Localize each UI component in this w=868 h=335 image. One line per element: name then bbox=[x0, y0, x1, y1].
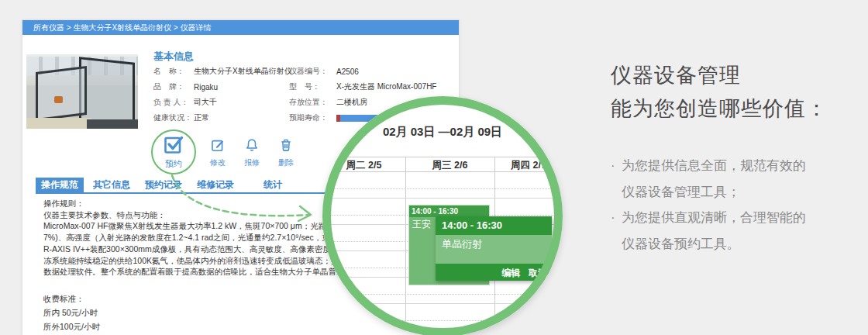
tab-other-info[interactable]: 其它信息 bbox=[88, 178, 136, 192]
calendar-gridline bbox=[322, 198, 563, 199]
calendar-gridline bbox=[322, 188, 563, 189]
field-value-model: X-光发生器 MicroMax-007HF bbox=[336, 81, 464, 92]
bell-icon bbox=[245, 138, 259, 155]
delete-button-label: 删除 bbox=[278, 157, 294, 168]
marketing-bullet-list: · 为您提供信息全面，规范有效的 仪器设备管理工具； · 为您提供直观清晰，合理… bbox=[611, 153, 866, 257]
repair-report-button[interactable]: 报修 bbox=[238, 138, 266, 168]
field-label-lifetime: 预期寿命： bbox=[289, 112, 336, 123]
day-header-thursday: 周四 2/7 bbox=[494, 157, 563, 173]
tab-operation-standard[interactable]: 操作规范 bbox=[36, 178, 84, 192]
equipment-photo bbox=[26, 54, 138, 129]
marketing-heading-line2: 能为您创造哪些价值： bbox=[611, 92, 866, 126]
bullet-2-line-2: 仪器设备预约工具。 bbox=[622, 231, 806, 257]
page: 所有仪器 > 生物大分子X射线单晶衍射仪 > 仪器详情 基本信息 名 称： 生物… bbox=[0, 0, 868, 335]
event-time-label: 14:00 - 16:30 bbox=[409, 205, 489, 217]
calendar-magnifier: 02月 03日 —02月 09日 周二 2/5 周三 2/6 周四 2/7 14… bbox=[322, 96, 563, 335]
popup-edit-button[interactable]: 编辑 bbox=[502, 268, 521, 278]
fee-line: 所外100元/小时 bbox=[43, 319, 100, 333]
reservation-popup: 14:00 - 16:30 单晶衍射 编辑 取消 bbox=[436, 216, 552, 281]
trash-icon bbox=[279, 138, 293, 155]
marketing-bullet-2: · 为您提供直观清晰，合理智能的 仪器设备预约工具。 bbox=[611, 205, 866, 257]
popup-time-label: 14:00 - 16:30 bbox=[436, 216, 552, 235]
field-label-name: 名 称： bbox=[153, 66, 194, 77]
basic-info-title: 基本信息 bbox=[153, 50, 194, 64]
bullet-1-line-1: 为您提供信息全面，规范有效的 bbox=[622, 153, 806, 179]
bullet-dot: · bbox=[611, 153, 622, 205]
check-square-icon bbox=[164, 134, 184, 157]
popup-action-bar: 编辑 取消 bbox=[436, 264, 552, 281]
field-value-serial: A2506 bbox=[336, 67, 464, 76]
delete-button[interactable]: 删除 bbox=[272, 138, 300, 168]
field-value-brand: Rigaku bbox=[194, 83, 289, 92]
bullet-dot: · bbox=[611, 205, 622, 257]
marketing-heading-line1: 仪器设备管理 bbox=[611, 59, 866, 92]
calendar-day-header-row: 周二 2/5 周三 2/6 周四 2/7 bbox=[322, 157, 563, 172]
fee-standard-text: 收费标准： 所内 50元/小时 所外100元/小时 bbox=[43, 292, 100, 333]
marketing-bullet-1: · 为您提供信息全面，规范有效的 仪器设备管理工具； bbox=[611, 153, 866, 205]
bullet-2-line-1: 为您提供直观清晰，合理智能的 bbox=[622, 205, 806, 231]
repair-button-label: 报修 bbox=[244, 157, 260, 168]
popup-cancel-button[interactable]: 取消 bbox=[529, 268, 547, 278]
field-label-location: 存放位置： bbox=[289, 97, 336, 108]
photo-glass-cabinet-left bbox=[36, 66, 87, 121]
marketing-column: 仪器设备管理 能为您创造哪些价值： · 为您提供信息全面，规范有效的 仪器设备管… bbox=[611, 59, 866, 257]
field-label-manager: 负 责 人： bbox=[153, 97, 194, 108]
edit-button[interactable]: 修改 bbox=[204, 138, 232, 168]
dashed-arrow bbox=[151, 168, 326, 230]
photo-orange-detail bbox=[54, 96, 63, 103]
day-header-wednesday: 周三 2/6 bbox=[405, 157, 494, 173]
field-label-model: 型 号： bbox=[289, 81, 336, 92]
field-value-name: 生物大分子X射线单晶衍射仪 bbox=[194, 66, 289, 77]
photo-bench bbox=[26, 118, 91, 129]
field-label-health: 健康状况： bbox=[153, 112, 194, 123]
field-value-manager: 司大千 bbox=[194, 97, 289, 108]
edit-button-label: 修改 bbox=[210, 157, 226, 168]
field-label-serial: 仪器编号： bbox=[289, 66, 336, 77]
field-value-health: 正常 bbox=[194, 112, 289, 123]
edit-pencil-icon bbox=[211, 138, 225, 155]
photo-glass-cabinet-right bbox=[79, 57, 135, 126]
breadcrumb[interactable]: 所有仪器 > 生物大分子X射线单晶衍射仪 > 仪器详情 bbox=[22, 20, 459, 35]
popup-subject-label: 单晶衍射 bbox=[436, 235, 552, 264]
field-label-brand: 品 牌： bbox=[153, 81, 194, 92]
calendar-week-range: 02月 03日 —02月 09日 bbox=[353, 125, 532, 140]
photo-base bbox=[87, 119, 138, 129]
calendar-gridline bbox=[322, 294, 563, 295]
fee-line: 所内 50元/小时 bbox=[43, 306, 100, 319]
fee-line: 收费标准： bbox=[43, 292, 100, 306]
bullet-1-line-2: 仪器设备管理工具； bbox=[622, 179, 806, 205]
calendar-column-divider bbox=[405, 157, 406, 335]
